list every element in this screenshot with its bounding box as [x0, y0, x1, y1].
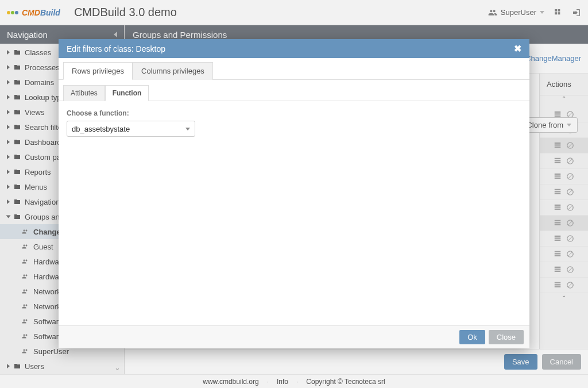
- group-icon: [21, 303, 30, 310]
- footer-copyright: Copyright © Tecnoteca srl: [306, 378, 385, 386]
- folder-icon: [13, 213, 21, 220]
- actions-panel: Clone from Actions ⌃ ⌄: [539, 74, 588, 349]
- grid-icon: [553, 266, 562, 274]
- folder-icon: [13, 168, 21, 175]
- breadcrumb[interactable]: ChangeManager: [525, 54, 581, 63]
- footer-site-link[interactable]: www.cmdbuild.org: [203, 378, 258, 386]
- page-footer: www.cmdbuild.org · Info · Copyright © Te…: [0, 374, 588, 388]
- folder-icon: [13, 139, 21, 145]
- folder-icon: [13, 363, 21, 370]
- table-row[interactable]: [540, 153, 588, 169]
- modal-title: Edit filters of class: Desktop: [67, 44, 165, 53]
- grid-icon: [553, 141, 562, 149]
- cancel-button[interactable]: Cancel: [542, 354, 581, 370]
- tab-rows-privileges[interactable]: Rows privileges: [63, 62, 133, 80]
- user-label: SuperUser: [501, 8, 536, 17]
- close-icon[interactable]: ✖: [514, 43, 521, 54]
- group-icon: [21, 318, 30, 325]
- disabled-icon: [566, 172, 575, 180]
- table-row[interactable]: [540, 169, 588, 185]
- group-icon: [21, 243, 30, 250]
- group-icon: [21, 333, 30, 340]
- grid-icon: [553, 172, 562, 180]
- group-icon: [21, 288, 30, 295]
- table-row[interactable]: [540, 278, 588, 293]
- disabled-icon: [566, 203, 575, 212]
- disabled-icon: [566, 157, 575, 165]
- ok-button[interactable]: Ok: [459, 330, 485, 344]
- chevron-down-icon: [567, 124, 571, 126]
- function-selected-value: db_assetsbystate: [72, 125, 130, 133]
- grid-icon: [553, 203, 562, 212]
- disabled-icon: [566, 266, 575, 274]
- logo[interactable]: CMDBuild: [7, 8, 60, 17]
- grid-icon: [553, 188, 562, 196]
- sidebar-item-users[interactable]: Users: [0, 359, 124, 374]
- folder-icon: [13, 153, 21, 160]
- users-icon: [488, 8, 497, 17]
- group-icon: [21, 228, 30, 235]
- group-icon: [21, 258, 30, 265]
- actions-column-header: Actions: [540, 74, 588, 95]
- disabled-icon: [566, 188, 575, 196]
- disabled-icon: [566, 250, 575, 258]
- chevron-down-icon[interactable]: ⌄: [114, 363, 121, 372]
- chevron-down-icon: [185, 128, 190, 130]
- subtab-function[interactable]: Function: [105, 85, 149, 101]
- chevron-down-icon: [540, 11, 544, 14]
- table-row[interactable]: [540, 262, 588, 278]
- scroll-up-icon[interactable]: ⌃: [540, 95, 588, 107]
- grid-icon: [553, 219, 562, 227]
- disabled-icon: [566, 281, 575, 289]
- disabled-icon: [566, 219, 575, 227]
- user-menu[interactable]: SuperUser: [488, 8, 544, 17]
- folder-icon: [13, 64, 21, 71]
- subtab-attributes[interactable]: Attibutes: [63, 85, 105, 101]
- collapse-icon[interactable]: [114, 32, 117, 37]
- grid-icon: [553, 157, 562, 165]
- folder-icon: [13, 109, 21, 116]
- folder-icon: [13, 183, 21, 190]
- folder-icon: [13, 49, 21, 56]
- modal-header[interactable]: Edit filters of class: Desktop ✖: [59, 39, 529, 58]
- folder-icon: [13, 124, 21, 130]
- table-row[interactable]: [540, 200, 588, 216]
- function-select[interactable]: db_assetsbystate: [67, 121, 195, 137]
- table-row[interactable]: [540, 216, 588, 231]
- close-button[interactable]: Close: [489, 330, 524, 344]
- grid-icon: [553, 250, 562, 258]
- logout-icon[interactable]: [572, 8, 581, 17]
- table-row[interactable]: [540, 247, 588, 262]
- folder-icon: [13, 79, 21, 86]
- topbar: CMDBuild CMDBuild 3.0 demo SuperUser: [0, 0, 588, 25]
- table-row[interactable]: [540, 138, 588, 153]
- edit-filters-modal: Edit filters of class: Desktop ✖ Rows pr…: [59, 39, 529, 348]
- folder-icon: [13, 198, 21, 205]
- tab-columns-privileges[interactable]: Columns privileges: [133, 62, 213, 80]
- scroll-down-icon[interactable]: ⌄: [540, 292, 588, 304]
- disabled-icon: [566, 141, 575, 149]
- function-label: Choose a function:: [67, 109, 521, 117]
- disabled-icon: [566, 235, 575, 243]
- table-row[interactable]: [540, 185, 588, 200]
- group-icon: [21, 348, 30, 355]
- table-row[interactable]: [540, 231, 588, 247]
- save-button[interactable]: Save: [504, 354, 537, 370]
- group-icon: [21, 273, 30, 280]
- grid-icon[interactable]: [554, 8, 563, 17]
- app-title: CMDBuild 3.0 demo: [74, 6, 177, 19]
- grid-icon: [553, 235, 562, 243]
- folder-icon: [13, 94, 21, 101]
- grid-icon: [553, 281, 562, 289]
- footer-info-link[interactable]: Info: [277, 378, 288, 386]
